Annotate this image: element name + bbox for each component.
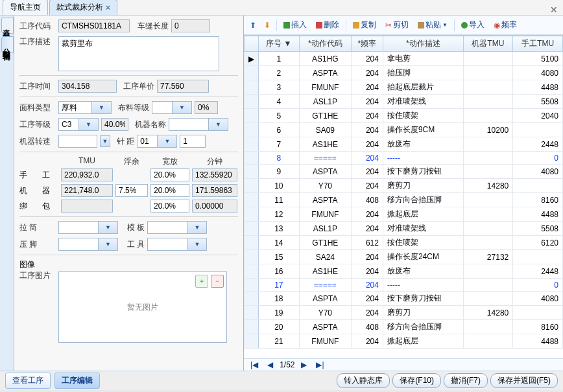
col-freq[interactable]: *频率 bbox=[351, 36, 383, 52]
pager-text: 1/52 bbox=[280, 360, 294, 369]
col-min: 分钟 bbox=[192, 156, 237, 167]
pager-first[interactable]: |◀ bbox=[248, 360, 261, 369]
pull-select[interactable]: ▼ bbox=[58, 221, 118, 234]
mach-float[interactable] bbox=[115, 184, 148, 197]
save-return-button[interactable]: 保存并返回(F5) bbox=[490, 373, 558, 388]
table-row[interactable]: 5GT1HE204按住唛架2040 bbox=[245, 109, 563, 123]
col-mtmu[interactable]: 机器TMU bbox=[463, 36, 513, 52]
clipboard-icon bbox=[418, 22, 424, 29]
save-button[interactable]: 保存(F10) bbox=[392, 373, 441, 388]
code-input[interactable] bbox=[58, 19, 130, 32]
pitch2-input[interactable] bbox=[180, 135, 206, 148]
chevron-down-icon: ▼ bbox=[172, 102, 191, 113]
hand-width[interactable] bbox=[150, 168, 189, 181]
pager-next[interactable]: ▶ bbox=[298, 360, 309, 369]
hand-tmu bbox=[61, 168, 113, 181]
table-row[interactable]: 20ASPTA408移方向合抬压脚8160 bbox=[245, 320, 563, 334]
arrow-up-icon[interactable]: ⬆ bbox=[248, 20, 258, 30]
table-row[interactable]: 9ASPTA204按下磨剪刀按钮4080 bbox=[245, 165, 563, 179]
delete-button[interactable]: 删除 bbox=[313, 18, 342, 32]
table-row[interactable]: 12FMUNF204掀起底层4488 bbox=[245, 207, 563, 222]
code-label: 工序代码 bbox=[19, 21, 56, 32]
tmpl-label: 模 板 bbox=[127, 222, 145, 233]
table-row[interactable]: 16AS1HE204放废布2448 bbox=[245, 264, 563, 279]
desc-input[interactable]: 裁剪里布 bbox=[58, 36, 219, 71]
arrow-down-icon[interactable]: ⬇ bbox=[262, 20, 272, 30]
pager: |◀ ◀ 1/52 ▶ ▶| bbox=[244, 358, 563, 371]
tab-style-cut-analysis[interactable]: 款式裁床分析× bbox=[49, 0, 117, 15]
tool-label: 工 具 bbox=[127, 239, 145, 250]
col-width: 宽放 bbox=[150, 156, 189, 167]
actions-table[interactable]: 序号 ▼ *动作代码 *频率 *动作描述 机器TMU 手工TMU ▶1AS1HG… bbox=[244, 36, 563, 349]
grade-pct-input bbox=[101, 118, 128, 131]
table-row[interactable]: 19Y70204磨剪刀14280 bbox=[245, 306, 563, 320]
undo-button[interactable]: 撤消(F7) bbox=[444, 373, 488, 388]
hand-min bbox=[192, 168, 237, 181]
foot-label: 压 脚 bbox=[19, 239, 56, 250]
fabric-grade-select[interactable]: ▼ bbox=[152, 101, 192, 114]
to-static-button[interactable]: 转入静态库 bbox=[337, 373, 390, 388]
chevron-down-icon: ▼ bbox=[187, 222, 206, 233]
bind-width[interactable] bbox=[150, 200, 189, 213]
grade-select[interactable]: C3▼ bbox=[58, 118, 99, 131]
pager-last[interactable]: ▶| bbox=[313, 360, 326, 369]
table-row[interactable]: ▶1AS1HG204拿电剪5100 bbox=[245, 52, 563, 66]
tab-nav-home[interactable]: 导航主页 bbox=[3, 0, 48, 15]
fabric-label: 面料类型 bbox=[19, 102, 56, 113]
pitch-label: 针 距 bbox=[117, 136, 134, 147]
chevron-down-icon: ▼ bbox=[157, 135, 176, 147]
table-row[interactable]: 15SA24204操作长度24CM27132 bbox=[245, 250, 563, 264]
machine-name-label: 机器名称 bbox=[135, 119, 166, 130]
table-row[interactable]: 21FMUNF204掀起底层4488 bbox=[245, 334, 563, 349]
close-icon[interactable]: × bbox=[106, 3, 110, 12]
fabric-grade-label: 布料等级 bbox=[118, 102, 149, 113]
rpm-dropdown[interactable]: ▼ bbox=[100, 135, 110, 147]
col-code[interactable]: *动作代码 bbox=[299, 36, 351, 52]
table-row[interactable]: 2ASPTA204抬压脚4080 bbox=[245, 66, 563, 80]
table-row[interactable]: 3FMUNF204抬起底层裁片4488 bbox=[245, 80, 563, 95]
mach-width[interactable] bbox=[150, 184, 189, 197]
col-desc[interactable]: *动作描述 bbox=[383, 36, 463, 52]
table-row[interactable]: 6SA09204操作长度9CM10200 bbox=[245, 123, 563, 137]
machine-name-select[interactable]: ▼ bbox=[169, 118, 228, 131]
tmpl-select[interactable]: ▼ bbox=[147, 221, 207, 234]
import-icon bbox=[461, 22, 468, 29]
side-tab-view[interactable]: 查看分科 bbox=[1, 17, 14, 34]
tool-select[interactable]: ▼ bbox=[147, 238, 207, 251]
seam-input[interactable] bbox=[171, 19, 210, 32]
table-row[interactable]: 8=====204-----0 bbox=[245, 152, 563, 165]
insert-button[interactable]: 插入 bbox=[281, 18, 309, 32]
table-row[interactable]: 11ASPTA408移方向合抬压脚8160 bbox=[245, 193, 563, 207]
fabric-type-select[interactable]: 厚料▼ bbox=[58, 101, 112, 114]
copy-button[interactable]: 复制 bbox=[350, 18, 379, 32]
table-row[interactable]: 13ASL1P204对准唛架线5508 bbox=[245, 222, 563, 236]
table-row[interactable]: 10Y70204磨剪刀14280 bbox=[245, 179, 563, 193]
table-row[interactable]: 4ASL1P204对准唛架线5508 bbox=[245, 95, 563, 109]
paste-button[interactable]: 粘贴▼ bbox=[415, 18, 450, 32]
plus-icon bbox=[283, 22, 290, 29]
pager-prev[interactable]: ◀ bbox=[265, 360, 276, 369]
add-image-icon[interactable]: ＋ bbox=[195, 275, 208, 288]
rpm-input[interactable] bbox=[58, 135, 97, 148]
col-float: 浮余 bbox=[115, 156, 148, 167]
chevron-down-icon: ▼ bbox=[91, 102, 111, 113]
cut-button[interactable]: ✂剪切 bbox=[383, 18, 411, 32]
table-row[interactable]: 14GT1HE612按住唛架6120 bbox=[245, 236, 563, 250]
edit-process-button[interactable]: 工序编辑 bbox=[54, 373, 100, 389]
table-row[interactable]: 18ASPTA204按下磨剪刀按钮4080 bbox=[245, 292, 563, 306]
mach-min bbox=[192, 184, 237, 197]
col-seq[interactable]: 序号 ▼ bbox=[259, 36, 300, 52]
view-process-button[interactable]: 查看工序 bbox=[5, 373, 51, 389]
col-htmu[interactable]: 手工TMU bbox=[513, 36, 563, 52]
pitch1-select[interactable]: 01▼ bbox=[137, 135, 177, 148]
side-tab-edit[interactable]: 分科编辑 bbox=[1, 36, 14, 53]
rpm-label: 机器转速 bbox=[19, 136, 56, 147]
img-label: 工序图片 bbox=[19, 270, 56, 281]
import-button[interactable]: 导入 bbox=[459, 18, 487, 32]
panel-close-icon[interactable]: ✕ bbox=[550, 5, 558, 15]
freq-button[interactable]: ◉频率 bbox=[491, 18, 520, 32]
remove-image-icon[interactable]: － bbox=[211, 275, 224, 288]
table-row[interactable]: 7AS1HE204放废布2448 bbox=[245, 137, 563, 152]
foot-select[interactable]: ▼ bbox=[58, 238, 118, 251]
table-row[interactable]: 17=====204-----0 bbox=[245, 279, 563, 292]
